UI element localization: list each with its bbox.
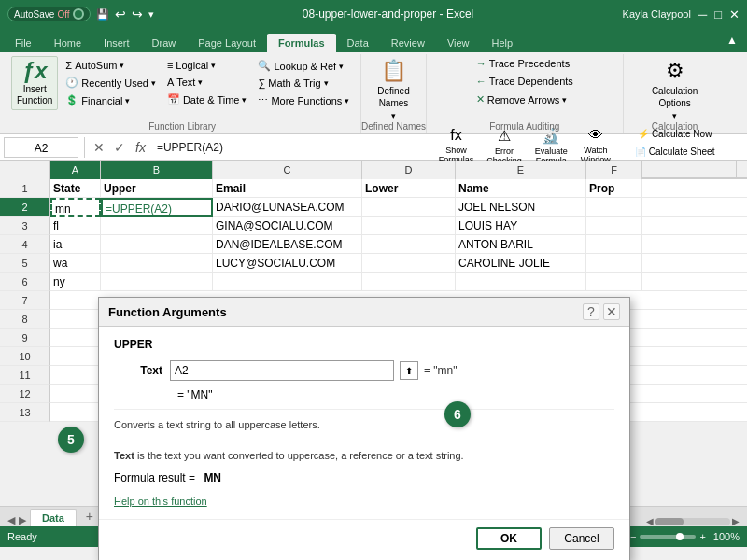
function-arguments-dialog: Function Arguments ? ✕ UPPER Text ⬆ = "m… (98, 297, 630, 560)
dialog-text-input[interactable] (170, 360, 394, 381)
dialog-text-row: Text ⬆ = "mn" (114, 360, 614, 381)
dialog-desc-text: Converts a text string to all uppercase … (114, 419, 320, 430)
dialog-cancel-btn[interactable]: Cancel (549, 527, 614, 550)
dialog-collapse-btn[interactable]: ⬆ (400, 361, 418, 380)
dialog-func-name: UPPER (114, 338, 614, 351)
dialog-body: UPPER Text ⬆ = "mn" = "MN" Converts a te… (99, 327, 629, 519)
dialog-help-btn[interactable]: ? (583, 303, 599, 320)
dialog-close-btn[interactable]: ✕ (603, 303, 620, 320)
dialog-formula-result-value: MN (204, 471, 221, 484)
dialog-title-btns: ? ✕ (583, 303, 620, 320)
dialog-title: Function Arguments (108, 305, 227, 319)
dialog-field-label: Text (114, 364, 170, 377)
dialog-ok-btn[interactable]: OK (476, 527, 542, 550)
dialog-input-result1: = "mn" (424, 364, 458, 377)
dialog-result-line: = "MN" (177, 388, 614, 401)
dialog-input-wrap: ⬆ = "mn" (170, 360, 458, 381)
dialog-arg-bold: Text (114, 450, 134, 461)
dialog-formula-result-label: Formula result = (114, 471, 195, 484)
dialog-formula-result-row: Formula result = MN (114, 471, 614, 484)
step-badge-6: 6 (444, 401, 471, 427)
step-badge-6-num: 6 (454, 407, 461, 422)
dialog-description: Converts a text string to all uppercase … (114, 409, 614, 464)
dialog-help-link[interactable]: Help on this function (114, 496, 207, 507)
dialog-overlay: Function Arguments ? ✕ UPPER Text ⬆ = "m… (0, 0, 747, 560)
dialog-title-bar: Function Arguments ? ✕ (99, 298, 629, 327)
dialog-footer: OK Cancel (99, 519, 629, 561)
dialog-arg-desc: is the text you want converted to upperc… (137, 450, 464, 461)
